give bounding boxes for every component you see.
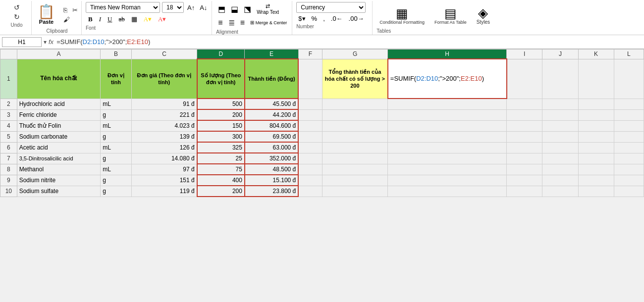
undo-button[interactable]: ↺ <box>12 3 22 12</box>
cell-K8[interactable] <box>578 164 614 175</box>
align-top-icon[interactable]: ⬒ <box>216 3 227 15</box>
paste-button[interactable]: 📋 Paste <box>35 4 58 26</box>
col-header-D[interactable]: D <box>197 50 245 59</box>
cell-L5[interactable] <box>614 131 644 142</box>
cell-L6[interactable] <box>614 142 644 153</box>
cell-B4[interactable]: mL <box>101 120 132 131</box>
decrease-decimal-btn[interactable]: .0← <box>329 14 345 23</box>
cell-A1[interactable]: Tên hóa chất <box>17 59 101 99</box>
font-name-select[interactable]: Times New Roman <box>86 2 160 13</box>
cell-D1[interactable]: Số lượng (Theo đơn vị tính) <box>197 59 245 99</box>
cell-E10[interactable]: 23.800 đ <box>245 186 298 197</box>
cell-J1[interactable] <box>542 59 578 99</box>
cell-J3[interactable] <box>542 109 578 120</box>
cell-F4[interactable] <box>298 120 322 131</box>
cell-A7[interactable]: 3,5-Dinitrosalicilic acid <box>17 153 101 164</box>
percent-btn[interactable]: % <box>310 14 320 23</box>
cell-K1[interactable] <box>578 59 614 99</box>
cell-I1[interactable] <box>507 59 542 99</box>
cell-D9[interactable]: 400 <box>197 175 245 186</box>
increase-font-btn[interactable]: A↑ <box>186 3 196 12</box>
cell-F2[interactable] <box>298 99 322 109</box>
bold-button[interactable]: B <box>86 14 95 24</box>
cell-D6[interactable]: 325 <box>197 142 245 153</box>
cell-reference-box[interactable] <box>2 37 42 47</box>
cell-I7[interactable] <box>507 153 542 164</box>
cell-K6[interactable] <box>578 142 614 153</box>
cell-B3[interactable]: g <box>101 109 132 120</box>
cell-G8[interactable] <box>322 164 387 175</box>
cell-D3[interactable]: 200 <box>197 109 245 120</box>
cell-A10[interactable]: Sodium sulfate <box>17 186 101 197</box>
cell-G4[interactable] <box>322 120 387 131</box>
cell-L4[interactable] <box>614 120 644 131</box>
align-middle-icon[interactable]: ⬓ <box>229 3 240 15</box>
cell-F6[interactable] <box>298 142 322 153</box>
cell-I9[interactable] <box>507 175 542 186</box>
cell-L7[interactable] <box>614 153 644 164</box>
cell-K4[interactable] <box>578 120 614 131</box>
cell-H5[interactable] <box>388 131 507 142</box>
cell-B9[interactable]: g <box>101 175 132 186</box>
align-left-icon[interactable]: ≡ <box>216 17 224 28</box>
decrease-font-btn[interactable]: A↓ <box>198 3 209 12</box>
cell-J4[interactable] <box>542 120 578 131</box>
font-size-select[interactable]: 18 <box>162 2 184 13</box>
cell-I5[interactable] <box>507 131 542 142</box>
cell-I10[interactable] <box>507 186 542 197</box>
cell-D5[interactable]: 300 <box>197 131 245 142</box>
col-header-G[interactable]: G <box>322 50 387 59</box>
merge-center-button[interactable]: ⊞ Merge & Center <box>248 19 289 26</box>
font-color-button[interactable]: A▾ <box>156 14 168 24</box>
cell-G10[interactable] <box>322 186 387 197</box>
cell-H9[interactable] <box>388 175 507 186</box>
cell-F8[interactable] <box>298 164 322 175</box>
cell-D2[interactable]: 500 <box>197 99 245 109</box>
cell-C10[interactable]: 119 đ <box>131 186 197 197</box>
row-header-9[interactable]: 9 <box>0 175 17 186</box>
cell-C4[interactable]: 4.023 đ <box>131 120 197 131</box>
cell-I8[interactable] <box>507 164 542 175</box>
cell-G2[interactable] <box>322 99 387 109</box>
italic-button[interactable]: I <box>97 14 104 24</box>
cell-B8[interactable]: mL <box>101 164 132 175</box>
cell-D8[interactable]: 75 <box>197 164 245 175</box>
cell-I3[interactable] <box>507 109 542 120</box>
align-bottom-icon[interactable]: ⬔ <box>242 3 253 15</box>
cell-C5[interactable]: 139 đ <box>131 131 197 142</box>
row-header-2[interactable]: 2 <box>0 99 17 109</box>
cell-C6[interactable]: 126 đ <box>131 142 197 153</box>
cell-C1[interactable]: Đơn giá (Theo đơn vị tính) <box>131 59 197 99</box>
fill-color-button[interactable]: A▾ <box>141 14 154 24</box>
cell-G3[interactable] <box>322 109 387 120</box>
formula-dropdown[interactable]: ▾ <box>44 39 47 46</box>
redo-button[interactable]: ↻ <box>12 12 22 21</box>
cell-B2[interactable]: mL <box>101 99 132 109</box>
cell-J8[interactable] <box>542 164 578 175</box>
format-painter-icon[interactable]: 🖌 <box>62 15 71 24</box>
currency-select[interactable]: Currency <box>296 2 366 13</box>
cell-A5[interactable]: Sodium carbonate <box>17 131 101 142</box>
row-header-6[interactable]: 6 <box>0 142 17 153</box>
col-header-L[interactable]: L <box>614 50 644 59</box>
cell-H2[interactable] <box>388 99 507 109</box>
cell-G9[interactable] <box>322 175 387 186</box>
cell-C9[interactable]: 151 đ <box>131 175 197 186</box>
cell-F9[interactable] <box>298 175 322 186</box>
cell-B10[interactable]: g <box>101 186 132 197</box>
cell-A4[interactable]: Thuốc thử Folin <box>17 120 101 131</box>
cell-I2[interactable] <box>507 99 542 109</box>
border-button[interactable]: ▦ <box>129 14 140 24</box>
cut-icon[interactable]: ✂ <box>71 6 79 14</box>
cell-D7[interactable]: 25 <box>197 153 245 164</box>
cell-K2[interactable] <box>578 99 614 109</box>
col-header-C[interactable]: C <box>131 50 197 59</box>
cell-H1[interactable]: =SUMIF(D2:D10;">200";E2:E10) <box>388 59 507 99</box>
cell-H10[interactable] <box>388 186 507 197</box>
cell-B5[interactable]: g <box>101 131 132 142</box>
cell-E9[interactable]: 15.100 đ <box>245 175 298 186</box>
col-header-J[interactable]: J <box>542 50 578 59</box>
styles-button[interactable]: ◈ Styles <box>474 5 493 26</box>
cell-C8[interactable]: 97 đ <box>131 164 197 175</box>
cell-C7[interactable]: 14.080 đ <box>131 153 197 164</box>
